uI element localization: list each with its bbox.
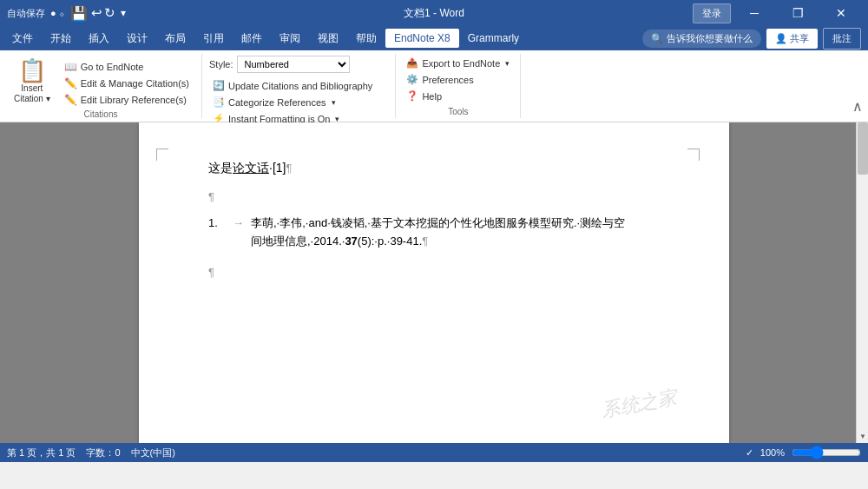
- save-area: 💾 ↩ ↻: [70, 5, 115, 22]
- update-citations-label: Update Citations and Bibliography: [228, 81, 372, 91]
- menu-layout[interactable]: 布局: [156, 28, 194, 50]
- search-placeholder: 告诉我你想要做什么: [667, 32, 753, 45]
- update-icon: 🔄: [213, 80, 225, 91]
- menu-review[interactable]: 审阅: [271, 28, 309, 50]
- update-citations-button[interactable]: 🔄 Update Citations and Bibliography: [209, 78, 388, 93]
- page-info: 第 1 页，共 1 页: [7, 446, 76, 459]
- corner-mark-tr: [687, 149, 700, 161]
- save-icon[interactable]: 💾: [70, 5, 88, 22]
- ref-item-1: 1. → 李萌,·李伟,·and·钱凌韬,·基于文本挖掘的个性化地图服务模型研究…: [208, 215, 660, 251]
- edit-manage-label: Edit & Manage Citation(s): [81, 78, 189, 89]
- ref-number: 1.: [208, 215, 226, 251]
- menu-references[interactable]: 引用: [194, 28, 233, 50]
- doc-line1: 这是论文话·[1]¶: [208, 157, 660, 179]
- restore-button[interactable]: ❒: [778, 0, 818, 26]
- citations-group-content: 📋 InsertCitation ▾ 📖 Go to EndNote ✏️ Ed…: [7, 56, 194, 108]
- autosave-label: 自动保存: [7, 7, 45, 20]
- titlebar-left: 自动保存 ● ⬦ 💾 ↩ ↻ ▾: [7, 5, 126, 22]
- underline-text: 论文话: [233, 161, 269, 175]
- help-label: Help: [422, 91, 442, 102]
- ribbon: 📋 InsertCitation ▾ 📖 Go to EndNote ✏️ Ed…: [0, 50, 868, 122]
- share-button[interactable]: 👤 共享: [766, 29, 818, 49]
- close-button[interactable]: ✕: [821, 0, 861, 26]
- titlebar-right: 登录 ─ ❒ ✕: [693, 0, 861, 26]
- tools-group-title: Tools: [403, 105, 513, 116]
- menu-view[interactable]: 视图: [309, 28, 347, 50]
- ref-bold-vol: 37: [345, 235, 357, 248]
- share-label: 共享: [790, 32, 809, 45]
- menu-file[interactable]: 文件: [3, 28, 42, 50]
- word-count: 字数：0: [86, 446, 120, 459]
- instant-format-dropdown-icon: ▾: [335, 115, 339, 123]
- document-page: 这是论文话·[1]¶ ¶ 1. → 李萌,·李伟,·and·钱凌韬,·基于文本挖…: [139, 122, 729, 443]
- edit-library-button[interactable]: ✏️ Edit Library Reference(s): [59, 92, 194, 108]
- titlebar: 自动保存 ● ⬦ 💾 ↩ ↻ ▾ 文档1 - Word 登录 ─ ❒ ✕: [0, 0, 868, 26]
- minimize-button[interactable]: ─: [734, 0, 774, 26]
- accessibility-icon: ✓: [746, 447, 753, 459]
- header-right: 🔍 告诉我你想要做什么 👤 共享 批注: [635, 28, 868, 50]
- help-button[interactable]: ❓ Help: [403, 89, 445, 103]
- scrollbar[interactable]: ▲ ▼: [856, 122, 868, 443]
- undo-icon[interactable]: ↩: [91, 5, 102, 21]
- help-icon: ❓: [406, 90, 418, 102]
- style-select[interactable]: Numbered: [237, 56, 350, 73]
- menu-design[interactable]: 设计: [118, 28, 156, 50]
- zoom-slider[interactable]: [792, 446, 861, 459]
- categorize-dropdown-icon: ▾: [332, 98, 336, 107]
- menu-help[interactable]: 帮助: [347, 28, 385, 50]
- categorize-icon: 📑: [213, 96, 225, 108]
- document-content: 这是论文话·[1]¶ ¶ 1. → 李萌,·李伟,·and·钱凌韬,·基于文本挖…: [208, 157, 660, 283]
- insert-citation-icon: 📋: [18, 59, 46, 82]
- insert-citation-button[interactable]: 📋 InsertCitation ▾: [7, 56, 57, 108]
- edit-library-label: Edit Library Reference(s): [81, 95, 187, 105]
- insert-citation-label: InsertCitation ▾: [14, 83, 50, 104]
- edit-library-icon: ✏️: [64, 94, 77, 106]
- citations-group-title: Citations: [7, 108, 194, 119]
- review-button[interactable]: 批注: [823, 28, 861, 50]
- pilcrow3: ¶: [422, 235, 428, 248]
- pilcrow1: ¶: [286, 162, 292, 175]
- watermark: 系统之家: [599, 385, 679, 424]
- menu-mailings[interactable]: 邮件: [233, 28, 271, 50]
- style-row: Style: Numbered: [209, 56, 350, 73]
- edit-manage-icon: ✏️: [64, 77, 77, 89]
- citations-group: 📋 InsertCitation ▾ 📖 Go to EndNote ✏️ Ed…: [0, 54, 202, 118]
- categorize-button[interactable]: 📑 Categorize References ▾: [209, 95, 388, 109]
- go-to-endnote-button[interactable]: 📖 Go to EndNote: [59, 59, 194, 75]
- pilcrow2: ¶: [208, 190, 214, 203]
- style-label: Style:: [209, 59, 233, 69]
- menubar: 文件 开始 插入 设计 布局 引用 邮件 审阅 视图 帮助 EndNote X8…: [0, 28, 531, 50]
- login-button[interactable]: 登录: [693, 3, 731, 23]
- redo-icon[interactable]: ↻: [104, 5, 115, 21]
- corner-mark-tl: [156, 149, 168, 161]
- edit-manage-button[interactable]: ✏️ Edit & Manage Citation(s): [59, 76, 194, 91]
- go-to-endnote-label: Go to EndNote: [81, 62, 144, 72]
- statusbar: 第 1 页，共 1 页 字数：0 中文(中国) ✓ 100%: [0, 443, 868, 462]
- app-title: 文档1 - Word: [404, 6, 464, 21]
- preferences-button[interactable]: ⚙️ Preferences: [403, 72, 477, 87]
- bibliography-group: Style: Numbered 🔄 Update Citations and B…: [202, 54, 396, 118]
- ribbon-content: 📋 InsertCitation ▾ 📖 Go to EndNote ✏️ Ed…: [0, 50, 868, 122]
- collapse-ribbon-button[interactable]: ∧: [847, 96, 868, 116]
- search-icon: 🔍: [651, 33, 663, 44]
- categorize-label: Categorize References: [228, 97, 326, 108]
- menu-home[interactable]: 开始: [42, 28, 80, 50]
- scrollbar-thumb[interactable]: [858, 122, 868, 175]
- export-endnote-button[interactable]: 📤 Export to EndNote ▾: [403, 56, 513, 70]
- ref-text: 李萌,·李伟,·and·钱凌韬,·基于文本挖掘的个性化地图服务模型研究.·测绘与…: [251, 215, 625, 251]
- preferences-icon: ⚙️: [406, 74, 418, 85]
- reference-list: 1. → 李萌,·李伟,·and·钱凌韬,·基于文本挖掘的个性化地图服务模型研究…: [208, 215, 660, 251]
- document-area: 这是论文话·[1]¶ ¶ 1. → 李萌,·李伟,·and·钱凌韬,·基于文本挖…: [0, 122, 868, 443]
- share-icon: 👤: [775, 33, 787, 44]
- scroll-down-button[interactable]: ▼: [857, 429, 868, 443]
- zoom-level: 100%: [760, 447, 785, 458]
- menu-grammarly[interactable]: Grammarly: [459, 29, 528, 48]
- menu-endnote[interactable]: EndNote X8: [385, 29, 459, 48]
- customize-icon[interactable]: ▾: [121, 7, 126, 19]
- language: 中文(中国): [131, 446, 175, 459]
- pilcrow4: ¶: [208, 266, 214, 279]
- menu-insert[interactable]: 插入: [80, 28, 118, 50]
- go-to-endnote-icon: 📖: [64, 61, 77, 73]
- doc-paragraph-mark: ¶: [208, 186, 660, 208]
- search-box[interactable]: 🔍 告诉我你想要做什么: [642, 30, 761, 48]
